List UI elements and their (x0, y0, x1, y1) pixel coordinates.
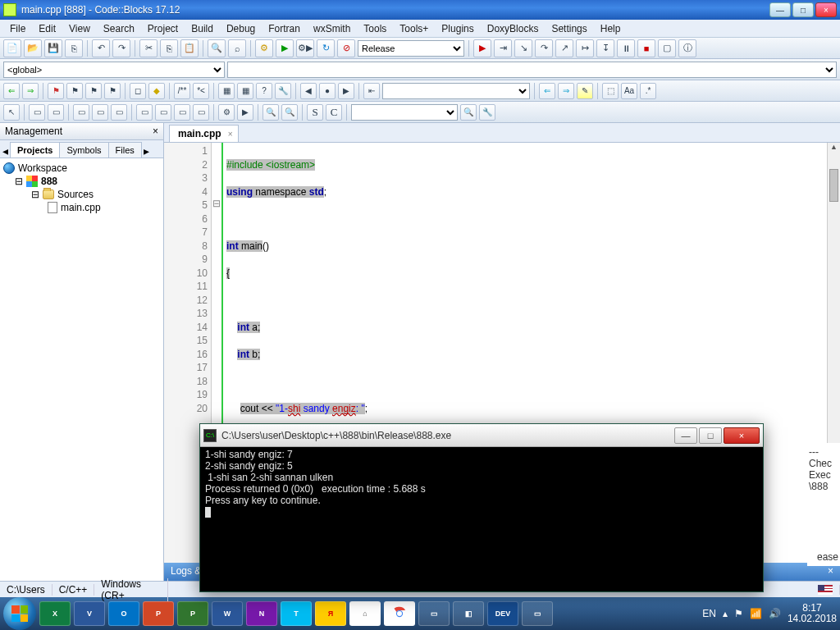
search-history-select[interactable] (382, 83, 530, 99)
new-file-icon[interactable]: 📄 (3, 39, 21, 57)
zoom-in-icon[interactable]: 🔍 (262, 104, 279, 121)
console-close-button[interactable]: × (724, 427, 760, 444)
copy-icon[interactable]: ⎘ (160, 39, 178, 57)
paste-icon[interactable]: 📋 (180, 39, 199, 57)
open-file-icon[interactable]: 📂 (24, 39, 42, 57)
tray-flag-icon[interactable]: ⚑ (734, 608, 743, 619)
symbol-select[interactable] (227, 62, 837, 78)
task-outlook-icon[interactable]: O (108, 601, 139, 626)
task-devcpp-icon[interactable]: DEV (487, 601, 518, 626)
menu-toolsplus[interactable]: Tools+ (393, 21, 435, 36)
redo-icon[interactable]: ↷ (112, 39, 130, 57)
close-button[interactable]: × (815, 2, 837, 17)
task-powerpoint-icon[interactable]: P (143, 601, 174, 626)
tab-files[interactable]: Files (108, 142, 142, 158)
box9-icon[interactable]: ▭ (193, 104, 209, 121)
info-icon[interactable]: ⓘ (678, 39, 696, 57)
fortran-run-icon[interactable]: ▶ (237, 104, 253, 121)
task-paint-icon[interactable]: ◧ (453, 601, 484, 626)
cursor-icon[interactable]: ↖ (3, 104, 20, 121)
back-icon[interactable]: ⇐ (3, 83, 20, 99)
abort-icon[interactable]: ⊘ (337, 39, 355, 57)
zoom-out-icon[interactable]: 🔍 (281, 104, 298, 121)
comment-line-icon[interactable]: *< (193, 83, 209, 99)
task-word-icon[interactable]: W (212, 601, 243, 626)
task-codeblocks-icon[interactable]: ▭ (522, 601, 553, 626)
tab-projects[interactable]: Projects (10, 142, 60, 158)
replace-icon[interactable]: ⌕ (228, 39, 246, 57)
settings-icon[interactable]: 🔧 (479, 104, 495, 121)
box6-icon[interactable]: ▭ (136, 104, 153, 121)
console-titlebar[interactable]: C:\ C:\Users\user\Desktop\c++\888\bin\Re… (200, 424, 763, 447)
forward-icon[interactable]: ⇒ (22, 83, 39, 99)
scroll-thumb[interactable] (829, 169, 838, 202)
bookmark-next-icon[interactable]: ⚑ (85, 83, 102, 99)
tray-volume-icon[interactable]: 🔊 (769, 608, 781, 619)
tree-sources-folder[interactable]: ⊟Sources (3, 188, 160, 201)
step-over-icon[interactable]: ↷ (535, 39, 553, 57)
next-instr-icon[interactable]: ↦ (576, 39, 594, 57)
nav-last-icon[interactable]: ⇤ (363, 83, 380, 99)
find-icon[interactable]: 🔍 (208, 39, 226, 57)
rebuild-icon[interactable]: ↻ (317, 39, 335, 57)
menu-doxyblocks[interactable]: DoxyBlocks (481, 21, 546, 36)
task-onenote-icon[interactable]: N (246, 601, 277, 626)
menu-plugins[interactable]: Plugins (435, 21, 480, 36)
debug-windows-icon[interactable]: ▢ (658, 39, 676, 57)
refresh-icon[interactable]: 🔍 (460, 104, 477, 121)
task-explorer-icon[interactable]: ⌂ (349, 601, 381, 626)
start-button[interactable] (3, 597, 36, 630)
console-maximize-button[interactable]: □ (699, 427, 722, 444)
tray-network-icon[interactable]: 📶 (750, 608, 762, 619)
scroll-up-icon[interactable]: ▲ (828, 143, 840, 156)
tree-project[interactable]: ⊟888 (3, 175, 160, 188)
doxy-chm-icon[interactable]: ? (256, 83, 272, 99)
menu-settings[interactable]: Settings (545, 21, 593, 36)
task-chrome-icon[interactable] (384, 601, 415, 626)
console-output[interactable]: 1-shi sandy engiz: 7 2-shi sandy engiz: … (200, 447, 763, 591)
bookmark-clear-icon[interactable]: ⚑ (104, 83, 121, 99)
task-yandex-icon[interactable]: Я (315, 601, 346, 626)
box1-icon[interactable]: ▭ (29, 104, 45, 121)
menu-view[interactable]: View (62, 21, 97, 36)
box8-icon[interactable]: ▭ (174, 104, 190, 121)
doxy-run-icon[interactable]: ▦ (218, 83, 235, 99)
menu-tools[interactable]: Tools (357, 21, 393, 36)
s-icon[interactable]: S (307, 104, 323, 121)
task-folder-icon[interactable]: ▭ (418, 601, 450, 626)
build-run-icon[interactable]: ⚙▶ (296, 39, 314, 57)
c-icon[interactable]: C (326, 104, 342, 121)
nav-prev-icon[interactable]: ◀ (300, 83, 317, 99)
nav-stop-icon[interactable]: ● (319, 83, 336, 99)
doxy1-icon[interactable]: ◻ (130, 83, 146, 99)
run-to-cursor-icon[interactable]: ⇥ (494, 39, 512, 57)
tray-clock[interactable]: 8:17 14.02.2018 (788, 603, 837, 624)
menu-file[interactable]: File (3, 21, 32, 36)
box3-icon[interactable]: ▭ (73, 104, 89, 121)
tree-file-maincpp[interactable]: main.cpp (3, 201, 160, 214)
minimize-button[interactable]: — (769, 2, 791, 17)
menu-search[interactable]: Search (97, 21, 141, 36)
nav-next-icon[interactable]: ▶ (338, 83, 354, 99)
box5-icon[interactable]: ▭ (111, 104, 127, 121)
menu-build[interactable]: Build (185, 21, 220, 36)
menu-project[interactable]: Project (141, 21, 185, 36)
task-excel-icon[interactable]: X (39, 601, 71, 626)
console-minimize-button[interactable]: — (674, 427, 697, 444)
task-visio-icon[interactable]: V (74, 601, 105, 626)
step-instr-icon[interactable]: ↧ (596, 39, 614, 57)
cut-icon[interactable]: ✂ (139, 39, 158, 57)
editor-tab-maincpp[interactable]: main.cpp × (169, 125, 239, 142)
fortran-build-icon[interactable]: ⚙ (218, 104, 235, 121)
management-close-icon[interactable]: × (153, 126, 158, 137)
scope-select[interactable]: <global> (3, 62, 225, 78)
menu-edit[interactable]: Edit (32, 21, 62, 36)
doxy2-icon[interactable]: ◆ (148, 83, 165, 99)
save-all-icon[interactable]: ⎘ (65, 39, 83, 57)
task-telegram-icon[interactable]: T (281, 601, 312, 626)
step-into-icon[interactable]: ↘ (514, 39, 532, 57)
build-target-select[interactable]: Release (358, 40, 464, 57)
box7-icon[interactable]: ▭ (155, 104, 171, 121)
doxy-html-icon[interactable]: ▦ (237, 83, 253, 99)
bookmark-toggle-icon[interactable]: ⚑ (48, 83, 64, 99)
